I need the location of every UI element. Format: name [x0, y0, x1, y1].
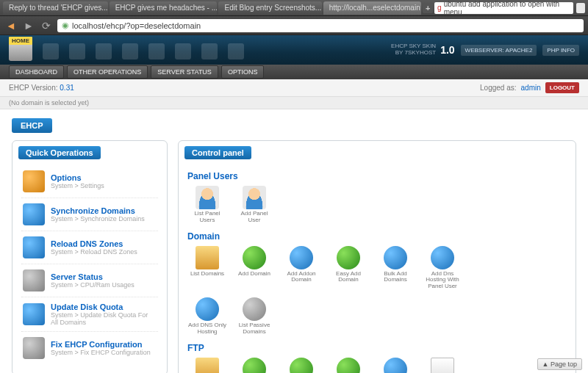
menu-other-operations[interactable]: OTHER OPERATIONS: [67, 65, 148, 79]
cp-add-ftp-user[interactable]: Add New FTP User: [234, 358, 274, 373]
quick-op-options[interactable]: OptionsSystem > Settings: [21, 165, 158, 198]
section-heading: FTP: [187, 343, 567, 353]
url-input[interactable]: ◉localhost/ehcp/?op=deselectdomain: [57, 19, 584, 32]
cp-add-panel-user[interactable]: Add Panel User: [234, 186, 274, 224]
globe-add-icon: [243, 358, 266, 373]
browser-toolbar: ◄ ► ⟳ ◉localhost/ehcp/?op=deselectdomain: [0, 16, 588, 35]
globe-add-icon: [243, 246, 266, 269]
cp-bulk-add-domains[interactable]: Bulk Add Domains: [376, 246, 415, 290]
quick-operations-panel: Quick Operations OptionsSystem > Setting…: [12, 140, 168, 373]
page-top-button[interactable]: ▲ Page top: [537, 358, 582, 370]
panel-title: Control panel: [184, 146, 251, 159]
reload-icon: [23, 236, 45, 258]
tool-icon[interactable]: [148, 43, 165, 59]
back-button[interactable]: ◄: [4, 19, 18, 32]
skin-info: EHCP SKY SKIN BY 7SKYHOST: [391, 43, 436, 57]
globe-icon: [196, 297, 219, 321]
cp-list-domains[interactable]: List Domains: [187, 246, 227, 290]
browser-tab-strip: Reply to thread 'EHCP gives...× EHCP giv…: [0, 0, 588, 16]
cp-add-dns-only[interactable]: Add DNS Only Hosting: [187, 297, 227, 336]
home-badge[interactable]: HOME: [9, 37, 32, 45]
tab-label: Edit Blog entry Screenshots...: [224, 4, 321, 12]
search-go-icon[interactable]: [576, 3, 585, 13]
cp-add-ftp-under-panel[interactable]: Add FTP Under This Panel: [282, 358, 321, 373]
sync-icon: [23, 203, 45, 225]
domain-selection-bar: (No domain is selected yet): [0, 97, 588, 109]
main-menu: DASHBOARD OTHER OPERATIONS SERVER STATUS…: [0, 65, 588, 79]
globe-icon: [290, 246, 313, 269]
tool-icon[interactable]: [69, 43, 85, 59]
search-value: ubuntu add application to open with menu: [444, 0, 570, 16]
tool-icon[interactable]: [43, 43, 59, 59]
globe-icon: [290, 358, 313, 373]
globe-dns-icon: [431, 246, 454, 269]
quick-op-server-status[interactable]: Server StatusSystem > CPU/Ram Usages: [21, 264, 158, 297]
skin-line: BY 7SKYHOST: [391, 50, 436, 57]
globe-bulk-icon: [384, 246, 407, 269]
tab-label: Reply to thread 'EHCP gives...: [9, 4, 108, 12]
folder-icon: [196, 246, 219, 269]
quick-op-fix-config[interactable]: Fix EHCP ConfigurationSystem > Fix EHCP …: [21, 332, 158, 364]
tool-icon[interactable]: [96, 43, 112, 59]
cp-add-addon-domain[interactable]: Add Addon Domain: [282, 246, 321, 290]
quick-op-reload-dns[interactable]: Reload DNS ZonesSystem > Reload DNS Zone…: [21, 231, 158, 264]
control-panel: Control panel Panel Users List Panel Use…: [178, 140, 576, 373]
login-status: Logged as: admin LOGOUT: [480, 82, 579, 93]
cp-list-passive-domains[interactable]: List Passive Domains: [234, 297, 274, 336]
cp-file-manager[interactable]: File Manager: [423, 358, 462, 373]
cp-list-panel-users[interactable]: List Panel Users: [187, 186, 227, 224]
quick-op-update-quota[interactable]: Update Disk QuotaSystem > Update Disk Qu…: [21, 297, 158, 332]
new-tab-button[interactable]: +: [423, 3, 433, 13]
globe-icon: ◉: [62, 21, 69, 30]
file-icon: [431, 358, 454, 373]
webserver-badge: WEBSERVER: APACHE2: [461, 45, 537, 56]
user-add-icon: [243, 186, 266, 209]
page-content: HOME EHCP SKY SKIN BY 7SKYHOST 1.0 WEBSE…: [0, 35, 588, 373]
reload-button[interactable]: ⟳: [40, 19, 53, 32]
info-bar: EHCP Version: 0.31 Logged as: admin LOGO…: [0, 79, 588, 97]
browser-search-input[interactable]: gubuntu add application to open with men…: [434, 2, 573, 14]
globe-grey-icon: [243, 297, 266, 321]
tool-icon[interactable]: [175, 43, 191, 59]
gear-icon: [23, 337, 45, 359]
disk-icon: [23, 303, 45, 325]
cp-add-subdomain-ftp[interactable]: Add Subdomain With FTP: [376, 358, 415, 373]
version-link[interactable]: 0.31: [60, 84, 74, 92]
ehcp-tab[interactable]: EHCP: [12, 118, 52, 133]
url-value: localhost/ehcp/?op=deselectdomain: [72, 21, 201, 30]
tool-icon[interactable]: [201, 43, 218, 59]
quick-op-sync-domains[interactable]: Synchronize DomainsSystem > Synchronize …: [21, 198, 158, 231]
menu-server-status[interactable]: SERVER STATUS: [151, 65, 218, 79]
tab-label: EHCP gives me headaches - ...: [115, 4, 218, 12]
section-heading: Panel Users: [187, 171, 567, 181]
app-topbar: HOME EHCP SKY SKIN BY 7SKYHOST 1.0 WEBSE…: [0, 35, 588, 65]
logout-button[interactable]: LOGOUT: [545, 82, 579, 93]
folder-icon: [196, 358, 219, 373]
tab-label: http://localh...eselectdomain: [329, 4, 420, 12]
browser-tab[interactable]: Edit Blog entry Screenshots...×: [218, 1, 321, 15]
section-heading: Domain: [187, 231, 567, 242]
cp-add-dns-hosting[interactable]: Add Dns Hosting With Panel User: [423, 246, 462, 290]
tool-icon[interactable]: [122, 43, 138, 59]
version-label: EHCP Version:: [9, 84, 58, 92]
cp-easy-add-domain[interactable]: Easy Add Domain: [329, 246, 368, 290]
browser-tab[interactable]: Reply to thread 'EHCP gives...×: [3, 1, 108, 15]
cp-list-ftp-users[interactable]: List All FTP Users: [187, 358, 227, 373]
server-icon: [23, 269, 45, 291]
menu-dashboard[interactable]: DASHBOARD: [9, 65, 64, 79]
browser-tab-active[interactable]: http://localh...eselectdomain×: [323, 1, 422, 15]
php-badge[interactable]: PHP INFO: [542, 45, 579, 56]
content-area: EHCP Quick Operations OptionsSystem > Se…: [0, 109, 588, 373]
google-icon: g: [437, 4, 442, 12]
browser-tab[interactable]: EHCP gives me headaches - ...×: [110, 1, 218, 15]
logged-user-link[interactable]: admin: [521, 84, 541, 92]
logged-label: Logged as:: [480, 84, 517, 92]
cp-add-ftp-specific[interactable]: Add FTP To Specific Domain: [329, 358, 368, 373]
topbar-icons: [43, 43, 244, 59]
menu-options[interactable]: OPTIONS: [221, 65, 265, 79]
skin-version: 1.0: [440, 44, 454, 56]
forward-button[interactable]: ►: [22, 19, 35, 32]
cp-add-domain[interactable]: Add Domain: [234, 246, 274, 290]
tool-icon[interactable]: [228, 43, 244, 59]
info-icon: [23, 170, 45, 192]
